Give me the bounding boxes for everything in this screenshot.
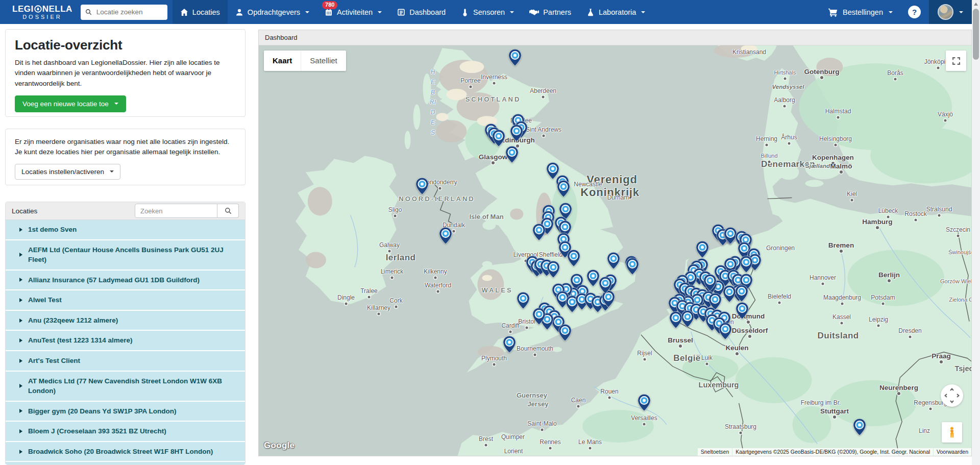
map-type-kaart[interactable]: Kaart bbox=[264, 51, 301, 71]
location-row[interactable]: AEFM Ltd (Centaur House Ancells Business… bbox=[6, 240, 245, 270]
locations-list: 1st demo SvenAEFM Ltd (Centaur House Anc… bbox=[6, 220, 245, 465]
map-marker-pin[interactable] bbox=[505, 146, 519, 163]
location-row[interactable]: Anu (232qeew 1212 almere) bbox=[6, 311, 245, 330]
map-marker-pin[interactable] bbox=[669, 311, 682, 329]
expand-caret-icon[interactable] bbox=[19, 338, 22, 342]
expand-caret-icon[interactable] bbox=[19, 298, 22, 302]
map-marker-pin[interactable] bbox=[736, 302, 749, 320]
nav-item-locaties[interactable]: Locaties bbox=[173, 0, 228, 24]
expand-caret-icon[interactable] bbox=[19, 450, 22, 454]
scrollbar-thumb[interactable] bbox=[973, 9, 979, 60]
map-marker-pin[interactable] bbox=[607, 252, 620, 270]
terms-link[interactable]: Voorwaarden bbox=[934, 448, 971, 456]
fullscreen-button[interactable] bbox=[946, 51, 966, 71]
chevron-down-icon bbox=[510, 11, 514, 13]
location-row[interactable]: Broadwick Soho (20 Broadwick Street W1F … bbox=[6, 442, 245, 461]
location-row[interactable]: 1st demo Sven bbox=[6, 220, 245, 239]
nav-label: Dashboard bbox=[409, 8, 446, 16]
user-menu[interactable] bbox=[929, 0, 972, 24]
overview-card: Locatie-overzicht Dit is het dashboard v… bbox=[5, 29, 246, 117]
map-marker-pin[interactable] bbox=[681, 310, 694, 328]
search-icon bbox=[85, 8, 92, 16]
map-marker-pin[interactable] bbox=[532, 308, 546, 325]
expand-caret-icon[interactable] bbox=[19, 429, 22, 433]
pegman-button[interactable] bbox=[942, 422, 962, 443]
location-row[interactable]: AnuTest (test 1223 1314 almere) bbox=[6, 331, 245, 350]
page-scrollbar[interactable] bbox=[972, 0, 980, 465]
location-name: Bigger gym (20 Deans Yd SW1P 3PA London) bbox=[28, 406, 177, 417]
map-marker-pin[interactable] bbox=[439, 227, 452, 244]
map-marker-pin[interactable] bbox=[853, 419, 866, 436]
handshake-icon bbox=[529, 8, 539, 16]
nav-item-laboratoria[interactable]: Laboratoria bbox=[579, 0, 653, 24]
locations-search-button[interactable] bbox=[217, 204, 239, 218]
nav-item-sensoren[interactable]: Sensoren bbox=[453, 0, 522, 24]
location-row[interactable]: Bigger gym (20 Deans Yd SW1P 3PA London) bbox=[6, 402, 245, 421]
map-marker-pin[interactable] bbox=[415, 178, 429, 195]
expand-caret-icon[interactable] bbox=[19, 384, 22, 388]
map-marker-pin[interactable] bbox=[586, 270, 600, 287]
thermometer-icon bbox=[461, 8, 469, 16]
dashboard-panel-header: Dashboard bbox=[259, 30, 971, 45]
expand-caret-icon[interactable] bbox=[19, 278, 22, 282]
chevron-down-icon bbox=[959, 11, 963, 13]
map-marker-pin[interactable] bbox=[557, 180, 570, 198]
pan-arrows-icon bbox=[944, 388, 960, 403]
help-icon: ? bbox=[912, 8, 917, 16]
chevron-down-icon bbox=[114, 103, 118, 105]
map-marker-pin[interactable] bbox=[599, 277, 612, 294]
location-row[interactable]: Buxton Management Company Limited (8 Gle… bbox=[6, 462, 245, 465]
droplet-icon bbox=[34, 5, 42, 13]
map-marker-pin[interactable] bbox=[735, 285, 748, 302]
map-marker-pin[interactable] bbox=[532, 224, 546, 241]
location-row[interactable]: Art's Test Client bbox=[6, 351, 245, 371]
expand-caret-icon[interactable] bbox=[19, 228, 22, 232]
map-data-credit: Kaartgegevens ©2025 GeoBasis-DE/BKG (©20… bbox=[732, 448, 933, 456]
pan-control[interactable] bbox=[941, 384, 963, 407]
nav-item-partners[interactable]: Partners bbox=[522, 0, 579, 24]
scrollbar-up-arrow[interactable] bbox=[974, 3, 978, 6]
map-marker-pin[interactable] bbox=[508, 49, 522, 66]
search-icon bbox=[225, 207, 232, 214]
app-logo[interactable]: LEGI NELLA DOSSIER bbox=[12, 5, 72, 20]
nav-item-activiteiten[interactable]: 780 Activiteiten bbox=[317, 0, 389, 24]
google-map[interactable]: SCHOTLANDNOORD-IERLANDWALESHEBRIDESVeren… bbox=[259, 45, 971, 456]
map-marker-pin[interactable] bbox=[510, 125, 523, 142]
location-row[interactable]: Bloem J (Croeselaan 393 3521 BZ Utrecht) bbox=[6, 422, 245, 441]
expand-caret-icon[interactable] bbox=[19, 253, 22, 257]
map-marker-pin[interactable] bbox=[503, 336, 516, 353]
location-row[interactable]: Alwel Test bbox=[6, 290, 245, 310]
nav-item-opdrachtgevers[interactable]: Opdrachtgevers bbox=[228, 0, 317, 24]
map-marker-pin[interactable] bbox=[638, 394, 651, 411]
add-location-button[interactable]: Voeg een nieuwe locatie toe bbox=[15, 95, 126, 112]
map-marker-pin[interactable] bbox=[626, 258, 639, 275]
nav-item-dashboard[interactable]: Dashboard bbox=[389, 0, 453, 24]
map-marker-pin[interactable] bbox=[719, 323, 732, 340]
expand-caret-icon[interactable] bbox=[19, 319, 22, 323]
map-marker-pin[interactable] bbox=[558, 324, 572, 341]
map-marker-pin[interactable] bbox=[492, 130, 505, 147]
expand-caret-icon[interactable] bbox=[19, 409, 22, 413]
map-marker-pin[interactable] bbox=[517, 292, 530, 309]
add-location-label: Voeg een nieuwe locatie toe bbox=[22, 100, 109, 108]
map-marker-pin[interactable] bbox=[547, 261, 560, 278]
locations-search-input[interactable] bbox=[135, 204, 217, 218]
map-type-satelliet[interactable]: Satelliet bbox=[301, 51, 346, 71]
map-type-control: Kaart Satelliet bbox=[264, 51, 346, 71]
location-row[interactable]: AT Medics Ltd (77 New Cavendish Street L… bbox=[6, 372, 245, 401]
top-navbar: LEGI NELLA DOSSIER Locaties Opdrachtg bbox=[0, 0, 972, 24]
help-button[interactable]: ? bbox=[908, 6, 921, 18]
nav-label: Locaties bbox=[192, 8, 220, 16]
search-input[interactable] bbox=[95, 8, 163, 16]
locations-title: Locaties bbox=[12, 207, 37, 215]
orders-dropdown[interactable]: Bestellingen bbox=[821, 0, 900, 24]
map-marker-pin[interactable] bbox=[567, 250, 580, 267]
logo-text-1: LEGI bbox=[12, 5, 34, 13]
setup-locations-button[interactable]: Locaties instellen/activeren bbox=[15, 164, 120, 180]
expand-caret-icon[interactable] bbox=[19, 359, 22, 363]
shortcuts-link[interactable]: Sneltoetsen bbox=[698, 448, 732, 456]
location-row[interactable]: Allianz Insurance (57 Ladymead GU1 1DB G… bbox=[6, 271, 245, 290]
map-marker-pin[interactable] bbox=[696, 241, 709, 258]
chevron-down-icon bbox=[110, 170, 114, 173]
location-name: Bloem J (Croeselaan 393 3521 BZ Utrecht) bbox=[28, 426, 166, 436]
